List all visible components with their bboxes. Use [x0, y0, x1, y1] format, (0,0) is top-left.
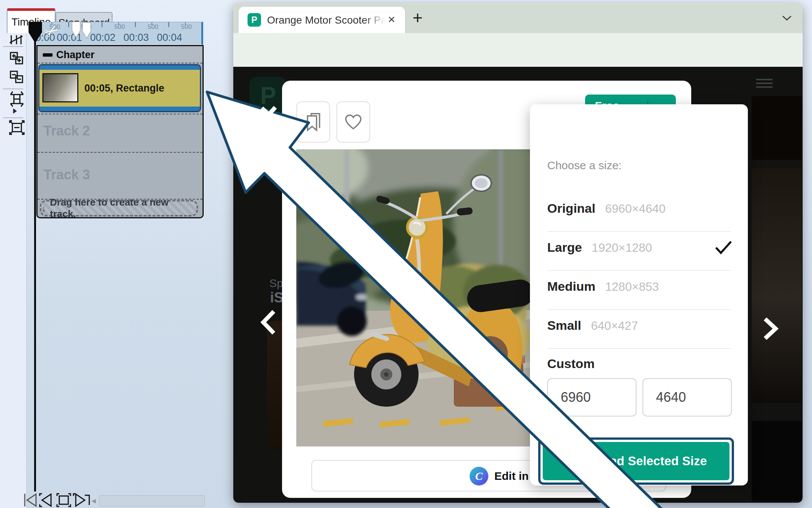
clip-top-bar — [39, 65, 200, 70]
resize-clip-icon[interactable] — [9, 120, 25, 135]
related-photo-thumb[interactable] — [752, 421, 802, 501]
page-menu-icon[interactable] — [756, 79, 773, 90]
custom-width-input[interactable] — [547, 378, 636, 416]
track2-label: Track 2 — [44, 123, 90, 139]
size-dims: 1280×853 — [605, 280, 659, 294]
ruler-tick — [68, 22, 69, 27]
add-track-icon[interactable] — [10, 52, 24, 65]
scroll-left-icon[interactable]: ◀ — [92, 497, 96, 504]
page-content: P Sponso iStock — [233, 67, 803, 503]
tool-expand-arrow-icon[interactable] — [13, 108, 17, 114]
ruler-ms-label: 500 — [108, 23, 131, 31]
clip-bottom-bar — [39, 107, 200, 111]
chapter-track-label: Chapter — [56, 49, 95, 61]
chapter-track-header[interactable]: Chapter — [38, 46, 203, 63]
collapse-track-icon[interactable] — [43, 53, 53, 57]
timeline-scrollbar[interactable] — [99, 495, 205, 506]
ruler-tick — [135, 22, 136, 27]
browser-tab[interactable]: P Orange Motor Scooter Parked o × — [239, 7, 405, 33]
size-label: Small — [547, 318, 581, 333]
screen: Timeline Storyboard 500 500 500 500 500 … — [0, 0, 812, 508]
size-dims: 6960×4640 — [605, 202, 665, 216]
trim-clip-icon[interactable] — [9, 91, 25, 107]
track3-label: Track 3 — [44, 167, 90, 183]
size-dims: 1920×1280 — [592, 241, 652, 255]
pexels-favicon: P — [248, 13, 261, 27]
browser-tabbar: P Orange Motor Scooter Parked o × + — [233, 3, 803, 33]
close-x-icon[interactable] — [259, 104, 279, 124]
download-selected-size-button[interactable]: Download Selected Size — [543, 442, 729, 480]
playback-controls — [23, 492, 94, 508]
new-track-drop-zone[interactable]: ↓ Drag here to create a new track. — [40, 200, 198, 216]
firefox-window: P Orange Motor Scooter Parked o × + ← → — [233, 3, 803, 503]
size-label: Medium — [547, 279, 595, 294]
ruler-tick — [102, 22, 102, 27]
related-photo-thumb[interactable] — [752, 168, 802, 403]
ruler-time-label: 00:03 — [118, 32, 154, 44]
size-option-medium[interactable]: Medium 1280×853 — [547, 279, 732, 297]
ruler-tick — [168, 22, 169, 27]
download-selected-size-label: Download Selected Size — [565, 454, 707, 468]
remove-track-icon[interactable] — [10, 71, 24, 84]
clip-label: 00:05, Rectangle — [84, 83, 164, 94]
like-heart-button[interactable] — [336, 101, 370, 143]
add-to-collection-button[interactable] — [296, 101, 330, 143]
rail-divider — [3, 89, 23, 89]
new-track-hint: Drag here to create a new track. — [50, 197, 197, 218]
playhead-line[interactable] — [34, 22, 36, 491]
custom-size-label: Custom — [547, 356, 595, 371]
size-option-large[interactable]: Large 1920×1280 — [547, 240, 732, 258]
timeline-markers-icon[interactable] — [71, 22, 93, 40]
prev-frame-icon — [40, 494, 51, 506]
new-tab-button[interactable]: + — [413, 8, 423, 28]
ruler-end-marker — [201, 22, 203, 45]
custom-height-input[interactable] — [642, 378, 732, 416]
browser-tab-title: Orange Motor Scooter Parked o — [267, 14, 386, 26]
size-label: Large — [547, 240, 582, 255]
download-size-panel: Choose a size: Original 6960×4640 Large … — [530, 104, 748, 485]
timeline-clip-rectangle[interactable]: 00:05, Rectangle — [38, 64, 201, 112]
selected-check-icon — [714, 240, 732, 255]
ruler-time-label: 00:04 — [152, 32, 188, 44]
clip-thumbnail — [42, 73, 78, 102]
down-arrow-icon: ↓ — [41, 203, 46, 214]
row-divider — [547, 348, 731, 349]
list-tabs-chevron-icon[interactable] — [782, 15, 792, 21]
close-tab-icon[interactable]: × — [388, 12, 395, 27]
ruler-ms-label: 500 — [175, 23, 198, 31]
row-divider — [547, 270, 731, 271]
size-option-original[interactable]: Original 6960×4640 — [547, 201, 732, 219]
rail-divider — [3, 46, 23, 47]
canva-icon: C — [470, 467, 488, 485]
size-label: Original — [547, 201, 595, 216]
track-divider — [38, 152, 203, 153]
row-divider — [547, 231, 731, 232]
scooter-photo — [296, 149, 530, 446]
carousel-prev-icon[interactable] — [260, 310, 277, 335]
size-panel-heading: Choose a size: — [547, 159, 621, 172]
edit-in-label: Edit in — [494, 470, 529, 482]
ruler-ms-label: 500 — [142, 23, 164, 31]
size-option-small[interactable]: Small 640×427 — [547, 318, 732, 336]
carousel-next-icon[interactable] — [762, 317, 779, 340]
related-photo-thumb[interactable] — [752, 96, 802, 160]
playhead-handle[interactable] — [29, 22, 42, 44]
tracks-container: Chapter 00:05, Rectangle Track 2 Track 3… — [36, 45, 204, 218]
track-divider — [38, 114, 203, 114]
row-divider — [547, 309, 731, 310]
rail-divider — [3, 117, 23, 118]
browser-toolbar: ← → — [233, 33, 803, 67]
size-dims: 640×427 — [591, 319, 638, 333]
download-highlight-box: Download Selected Size — [538, 437, 734, 485]
